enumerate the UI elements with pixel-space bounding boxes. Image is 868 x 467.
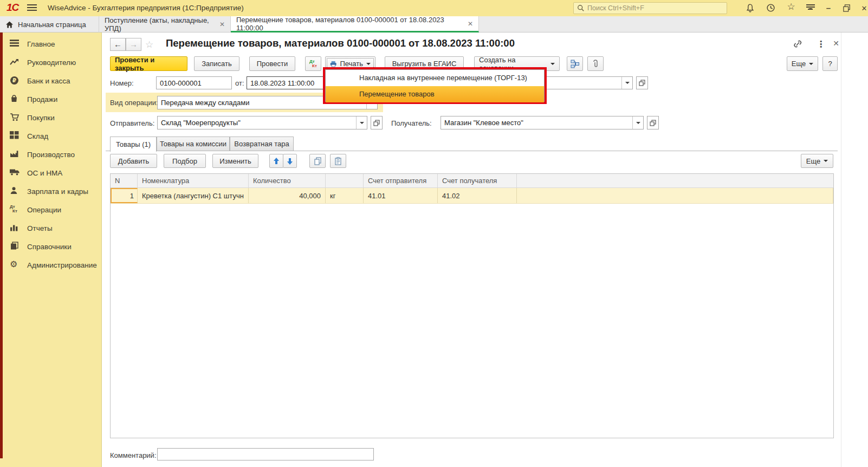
post-button[interactable]: Провести — [249, 56, 295, 71]
receiver-combo[interactable]: Магазин "Клевое место" — [441, 116, 644, 129]
dt-kt-icon: ДтКт — [10, 205, 21, 215]
sidebar-item-proizvodstvo[interactable]: Производство — [4, 145, 100, 164]
sidebar-item-os-nma[interactable]: ОС и НМА — [4, 164, 100, 182]
warehouse-boxes-icon — [10, 131, 21, 141]
sender-combo[interactable]: Склад "Моерепродукты" — [157, 116, 367, 129]
related-documents-button[interactable] — [567, 56, 583, 71]
table-row[interactable]: 1 Креветка (лангустин) С1 штучн 40,000 к… — [111, 188, 833, 204]
paperclip-icon — [592, 60, 599, 68]
window-restore-button[interactable] — [841, 3, 853, 14]
cell-quantity[interactable]: 40,000 — [249, 188, 326, 203]
col-header-sender-account[interactable]: Счет отправителя — [364, 174, 438, 187]
sidebar-item-label: Администрирование — [27, 261, 97, 269]
sidebar-item-prodazhi[interactable]: Продажи — [4, 90, 100, 108]
tab-peremeshchenie[interactable]: Перемещение товаров, материалов 0100-000… — [231, 16, 479, 33]
sidebar-item-operacii[interactable]: ДтКт Операции — [4, 200, 100, 219]
cell-nomenclature[interactable]: Креветка (лангустин) С1 штучн — [138, 188, 249, 203]
service-menu-icon[interactable] — [805, 3, 816, 13]
forward-button[interactable]: → — [126, 38, 141, 51]
sidebar-item-sklad[interactable]: Склад — [4, 127, 100, 145]
bar-chart-icon — [10, 223, 21, 233]
sidebar-item-label: Главное — [27, 40, 55, 48]
print-button[interactable]: Печать — [325, 56, 375, 71]
sidebar-item-otchety[interactable]: Отчеты — [4, 219, 100, 237]
tab-close-icon[interactable]: ✕ — [468, 20, 473, 28]
form-close-icon[interactable] — [830, 39, 842, 50]
menu-item-torg13[interactable]: Накладная на внутреннее перемещение (ТОР… — [326, 70, 544, 86]
save-button[interactable]: Записать — [194, 56, 239, 71]
tab-close-icon[interactable]: ✕ — [219, 21, 225, 28]
organization-open-button[interactable] — [636, 76, 648, 89]
sidebar-item-glavnoe[interactable]: Главное — [4, 35, 100, 53]
move-down-button[interactable] — [283, 154, 297, 168]
items-table[interactable]: N Номенклатура Количество Счет отправите… — [110, 173, 834, 438]
number-input[interactable] — [156, 76, 232, 89]
titlebar: 1С WiseAdvice - Бухгалтерия предприятия … — [0, 0, 868, 16]
sidebar-item-spravochniki[interactable]: Справочники — [4, 237, 100, 256]
unload-egais-button[interactable]: Выгрузить в ЕГАИС — [385, 56, 464, 71]
table-more-button[interactable]: Еще — [801, 154, 833, 168]
cell-n[interactable]: 1 — [111, 188, 138, 203]
tab-tovary-komissii[interactable]: Товары на комиссии — [157, 137, 230, 151]
window-minimize-button[interactable] — [822, 3, 834, 14]
menu-item-peremeshchenie-tovarov[interactable]: Перемещение товаров — [326, 86, 544, 102]
paste-button[interactable] — [330, 154, 346, 168]
attachments-button[interactable] — [587, 56, 604, 71]
col-header-receiver-account[interactable]: Счет получателя — [438, 174, 517, 187]
col-header-nomenclature[interactable]: Номенклатура — [138, 174, 249, 187]
notifications-bell-icon[interactable] — [746, 3, 756, 13]
add-row-button[interactable]: Добавить — [110, 154, 157, 168]
favorite-star-icon[interactable] — [145, 37, 153, 51]
edit-button[interactable]: Изменить — [212, 154, 258, 168]
home-icon — [5, 21, 14, 29]
dropdown-arrow-icon[interactable] — [356, 116, 367, 129]
sidebar-item-bank-kassa[interactable]: ₽ Банк и касса — [4, 72, 100, 90]
sidebar-item-pokupki[interactable]: Покупки — [4, 108, 100, 127]
search-input[interactable] — [587, 4, 723, 12]
main-menu-icon[interactable] — [27, 4, 37, 12]
history-icon[interactable] — [766, 3, 777, 13]
factory-icon — [10, 150, 21, 159]
pick-button[interactable]: Подбор — [164, 154, 206, 168]
sidebar-item-zarplata-kadry[interactable]: Зарплата и кадры — [4, 182, 100, 200]
sidebar-item-administrirovanie[interactable]: ⚙ Администрирование — [4, 256, 100, 274]
tab-tovary[interactable]: Товары (1) — [110, 137, 157, 152]
date-input[interactable] — [247, 76, 325, 89]
sender-open-button[interactable] — [371, 116, 383, 129]
tab-postuplenie[interactable]: Поступление (акты, накладные, УПД) ✕ — [99, 16, 231, 33]
window-close-button[interactable] — [858, 3, 868, 14]
move-up-button[interactable] — [269, 154, 283, 168]
dropdown-arrow-icon — [824, 160, 828, 164]
sidebar-item-label: Отчеты — [27, 224, 53, 232]
cell-unit[interactable]: кг — [326, 188, 364, 203]
back-button[interactable]: ← — [110, 38, 126, 51]
global-search[interactable] — [573, 2, 727, 14]
copy-button[interactable] — [309, 154, 326, 168]
cell-receiver-account[interactable]: 41.02 — [438, 188, 517, 203]
dt-kt-button[interactable]: ДтКт — [305, 56, 321, 71]
more-menu-icon[interactable] — [815, 39, 827, 50]
create-based-on-button[interactable]: Создать на основании — [474, 56, 560, 71]
tab-vozvratnaya-tara[interactable]: Возвратная тара — [230, 137, 294, 151]
dropdown-arrow-icon[interactable] — [621, 77, 632, 89]
cell-sender-account[interactable]: 41.01 — [364, 188, 438, 203]
sidebar-item-label: Склад — [27, 132, 48, 140]
col-header-unit[interactable] — [326, 174, 364, 187]
comment-input[interactable] — [157, 448, 374, 460]
dropdown-arrow-icon[interactable] — [632, 116, 643, 129]
form-more-button[interactable]: Еще — [787, 56, 818, 71]
tab-home[interactable]: Начальная страница — [0, 16, 99, 33]
col-header-n[interactable]: N — [111, 174, 138, 187]
tab-home-label: Начальная страница — [18, 21, 86, 29]
col-header-quantity[interactable]: Количество — [249, 174, 326, 187]
favorites-star-icon[interactable] — [786, 2, 796, 12]
arrow-up-icon — [273, 158, 280, 165]
printer-icon — [330, 60, 336, 68]
copy-icon — [314, 157, 322, 165]
sidebar-item-rukovoditelyu[interactable]: Руководителю — [4, 53, 100, 72]
receiver-open-button[interactable] — [647, 116, 659, 129]
help-button[interactable]: ? — [822, 56, 838, 71]
post-and-close-button[interactable]: Провести и закрыть — [110, 56, 187, 71]
table-header-row: N Номенклатура Количество Счет отправите… — [111, 174, 833, 188]
get-link-icon[interactable] — [792, 39, 804, 50]
